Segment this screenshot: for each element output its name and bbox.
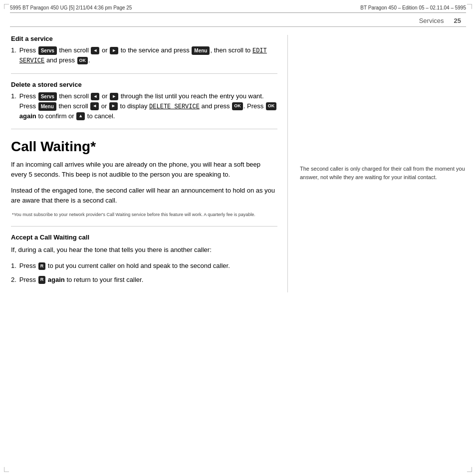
left-column: Edit a service 1. Press Servs then scrol… xyxy=(11,35,288,292)
cancel-key-1: ▲ xyxy=(76,112,85,120)
menu-key-2: Menu xyxy=(38,102,56,111)
divider-2 xyxy=(11,129,277,129)
main-content: Edit a service 1. Press Servs then scrol… xyxy=(0,27,476,300)
ok-key-1: OK xyxy=(77,57,88,65)
page-header-title: Services xyxy=(419,17,444,24)
edit-service-list: 1. Press Servs then scroll ◄ or ► to the… xyxy=(11,45,277,65)
page-number: 25 xyxy=(454,17,461,24)
r-key-1: R xyxy=(38,262,46,270)
call-waiting-footnote: *You must subscribe to your network prov… xyxy=(11,212,277,218)
accept-steps-list: 1. Press R to put you current caller on … xyxy=(11,261,277,284)
servs-key-1: Servs xyxy=(38,46,57,55)
servs-key-2: Servs xyxy=(38,92,57,101)
r-key-2: R xyxy=(38,276,46,284)
left-arrow-key-1: ◄ xyxy=(91,47,99,55)
call-waiting-body-1: If an incoming call arrives while you ar… xyxy=(11,160,277,180)
top-meta-center: BT Paragon 450 – Edition 05 – 02.11.04 –… xyxy=(360,5,466,10)
right-column: The second caller is only charged for th… xyxy=(288,35,465,292)
edit-service-heading: Edit a service xyxy=(11,35,277,42)
call-waiting-body-2: Instead of the engaged tone, the second … xyxy=(11,186,277,206)
divider-1 xyxy=(11,73,277,74)
left-arrow-key-2: ◄ xyxy=(91,93,99,101)
sidebar-note: The second caller is only charged for th… xyxy=(300,165,465,181)
edit-service-section: Edit a service 1. Press Servs then scrol… xyxy=(11,35,277,65)
delete-service-list: 1. Press Servs then scroll ◄ or ► throug… xyxy=(11,91,277,121)
delete-service-menu-text: DELETE SERVICE xyxy=(149,103,200,110)
delete-service-heading: Delete a stored service xyxy=(11,81,277,88)
ok-key-2: OK xyxy=(232,102,243,110)
right-arrow-key-2: ► xyxy=(110,93,118,101)
call-waiting-heading: Call Waiting* xyxy=(11,139,277,155)
delete-service-step-1: 1. Press Servs then scroll ◄ or ► throug… xyxy=(11,91,277,121)
menu-key-1: Menu xyxy=(192,46,210,55)
top-meta-left: 5995 BT Paragon 450 UG [5] 2/11/04 4:36 … xyxy=(10,5,132,10)
accept-step-1: 1. Press R to put you current caller on … xyxy=(11,261,277,271)
accept-call-waiting-section: Accept a Call Waiting call If, during a … xyxy=(11,234,277,284)
right-arrow-key-1: ► xyxy=(110,47,118,55)
ok-key-3: OK xyxy=(266,102,277,110)
accept-heading: Accept a Call Waiting call xyxy=(11,234,277,241)
right-arrow-key-3: ► xyxy=(109,102,118,110)
top-meta-bar: 5995 BT Paragon 450 UG [5] 2/11/04 4:36 … xyxy=(0,0,476,12)
left-arrow-key-3: ◄ xyxy=(90,102,99,110)
divider-3 xyxy=(11,226,277,227)
delete-service-section: Delete a stored service 1. Press Servs t… xyxy=(11,81,277,121)
accept-step-2: 2. Press R again to return to your first… xyxy=(11,275,277,285)
page-header: Services 25 xyxy=(0,13,476,26)
edit-service-step-1: 1. Press Servs then scroll ◄ or ► to the… xyxy=(11,45,277,65)
accept-intro: If, during a call, you hear the tone tha… xyxy=(11,245,277,255)
